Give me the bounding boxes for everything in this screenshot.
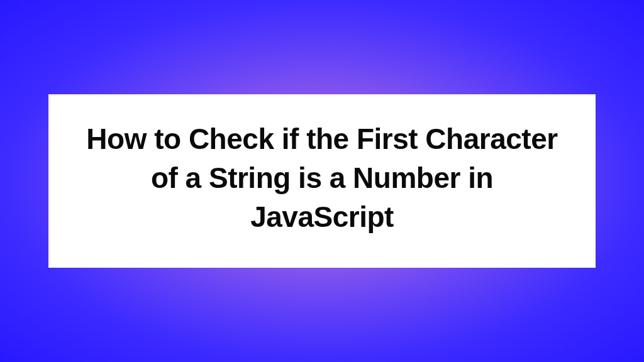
card-title: How to Check if the First Character of a… xyxy=(80,119,564,236)
title-card: How to Check if the First Character of a… xyxy=(48,94,596,268)
